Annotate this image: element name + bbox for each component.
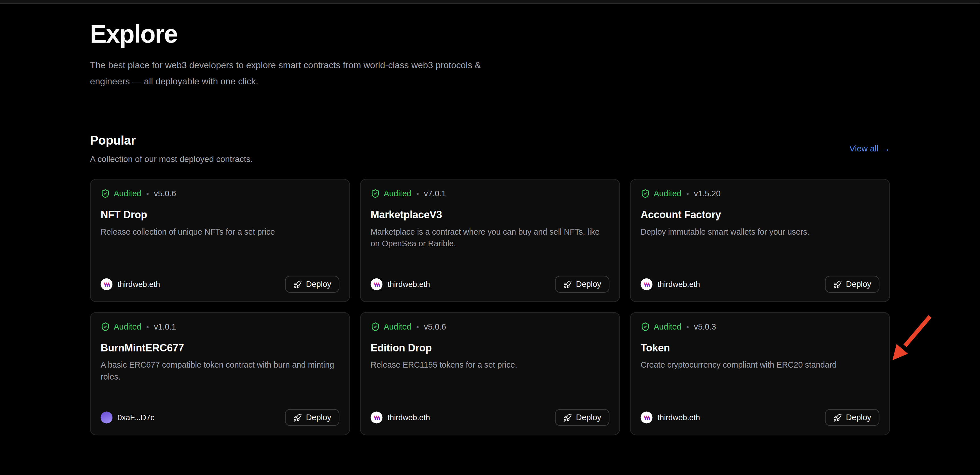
contract-card[interactable]: Audited • v1.5.20 Account Factory Deploy… (630, 179, 890, 302)
shield-check-icon (641, 322, 650, 332)
publisher-name: thirdweb.eth (657, 280, 700, 289)
view-all-label: View all (850, 144, 878, 153)
dot-separator: • (146, 322, 149, 331)
dot-separator: • (416, 322, 419, 331)
card-footer: thirdweb.eth Deploy (371, 276, 609, 293)
publisher-name: 0xaF...D7c (118, 413, 154, 422)
deploy-button[interactable]: Deploy (555, 409, 609, 426)
deploy-button[interactable]: Deploy (285, 276, 339, 293)
contract-title: NFT Drop (100, 209, 339, 221)
publisher[interactable]: thirdweb.eth (641, 278, 700, 290)
publisher-avatar (100, 412, 113, 424)
contract-card[interactable]: Audited • v5.0.3 Token Create cryptocurr… (630, 312, 890, 435)
contract-description: Release ERC1155 tokens for a set price. (371, 360, 609, 371)
card-footer: 0xaF...D7c Deploy (100, 409, 339, 426)
publisher[interactable]: thirdweb.eth (371, 278, 430, 290)
view-all-link[interactable]: View all → (850, 144, 890, 153)
contract-card[interactable]: Audited • v5.0.6 NFT Drop Release collec… (90, 179, 350, 302)
publisher-name: thirdweb.eth (388, 413, 430, 422)
deploy-label: Deploy (576, 279, 601, 289)
publisher[interactable]: thirdweb.eth (100, 278, 160, 290)
version-label: v5.0.6 (154, 189, 176, 198)
contract-description: Create cryptocurrency compliant with ERC… (641, 360, 880, 371)
shield-check-icon (371, 322, 380, 332)
thirdweb-logo-icon (373, 281, 380, 287)
arrow-right-icon: → (881, 144, 890, 153)
card-badge-row: Audited • v5.0.3 (641, 322, 880, 332)
contract-title: MarketplaceV3 (371, 209, 609, 221)
deploy-label: Deploy (846, 413, 871, 422)
dot-separator: • (686, 189, 689, 198)
rocket-icon (293, 413, 302, 422)
thirdweb-logo-icon (643, 414, 650, 421)
audited-label: Audited (114, 189, 142, 198)
contract-title: Edition Drop (371, 342, 609, 354)
dot-separator: • (416, 189, 419, 198)
version-label: v5.0.6 (424, 322, 446, 332)
contract-title: Token (641, 342, 880, 354)
dot-separator: • (146, 189, 149, 198)
audited-label: Audited (384, 322, 411, 332)
version-label: v1.0.1 (154, 322, 176, 332)
publisher-name: thirdweb.eth (118, 280, 160, 289)
deploy-label: Deploy (306, 413, 331, 422)
red-arrow-annotation-icon (890, 311, 935, 364)
audited-label: Audited (654, 189, 681, 198)
page-title: Explore (90, 19, 890, 48)
dot-separator: • (686, 322, 689, 331)
publisher-avatar (100, 278, 113, 290)
audited-label: Audited (114, 322, 142, 332)
explore-page: Explore The best place for web3 develope… (0, 0, 980, 475)
rocket-icon (563, 413, 572, 422)
contract-description: Marketplace is a contract where you can … (371, 226, 609, 249)
publisher-avatar (371, 278, 382, 290)
deploy-button[interactable]: Deploy (825, 276, 880, 293)
contract-title: Account Factory (641, 209, 880, 221)
publisher-name: thirdweb.eth (388, 280, 430, 289)
thirdweb-logo-icon (643, 281, 650, 287)
audited-badge: Audited (100, 189, 141, 198)
contract-card[interactable]: Audited • v1.0.1 BurnMintERC677 A basic … (90, 312, 350, 435)
audited-badge: Audited (641, 189, 681, 198)
card-footer: thirdweb.eth Deploy (641, 409, 880, 426)
popular-heading: Popular (90, 133, 253, 148)
popular-section-header: Popular A collection of our most deploye… (90, 133, 890, 164)
shield-check-icon (100, 189, 110, 198)
card-badge-row: Audited • v5.0.6 (371, 322, 609, 332)
shield-check-icon (371, 189, 380, 198)
publisher[interactable]: thirdweb.eth (641, 412, 700, 424)
contract-card[interactable]: Audited • v5.0.6 Edition Drop Release ER… (360, 312, 620, 435)
deploy-label: Deploy (846, 279, 871, 289)
deploy-button[interactable]: Deploy (285, 409, 339, 426)
contracts-grid: Audited • v5.0.6 NFT Drop Release collec… (90, 179, 890, 435)
contract-description: Deploy immutable smart wallets for your … (641, 226, 880, 238)
audited-badge: Audited (100, 322, 141, 332)
thirdweb-logo-icon (373, 414, 380, 421)
card-badge-row: Audited • v7.0.1 (371, 189, 609, 198)
deploy-button[interactable]: Deploy (825, 409, 880, 426)
navbar-bottom-edge (0, 0, 980, 4)
card-badge-row: Audited • v5.0.6 (100, 189, 339, 198)
audited-badge: Audited (371, 189, 411, 198)
rocket-icon (293, 280, 302, 289)
publisher[interactable]: 0xaF...D7c (100, 412, 154, 424)
popular-subheading: A collection of our most deployed contra… (90, 155, 253, 164)
shield-check-icon (100, 322, 110, 332)
rocket-icon (833, 280, 842, 289)
publisher-name: thirdweb.eth (657, 413, 700, 422)
publisher[interactable]: thirdweb.eth (371, 412, 430, 424)
deploy-label: Deploy (306, 279, 331, 289)
version-label: v1.5.20 (694, 189, 721, 198)
version-label: v5.0.3 (694, 322, 716, 332)
contract-description: Release collection of unique NFTs for a … (100, 226, 339, 238)
audited-badge: Audited (371, 322, 411, 332)
audited-badge: Audited (641, 322, 681, 332)
deploy-button[interactable]: Deploy (555, 276, 609, 293)
contract-card[interactable]: Audited • v7.0.1 MarketplaceV3 Marketpla… (360, 179, 620, 302)
audited-label: Audited (654, 322, 681, 332)
publisher-avatar (641, 278, 653, 290)
card-footer: thirdweb.eth Deploy (100, 276, 339, 293)
contract-description: A basic ERC677 compatible token contract… (100, 360, 339, 383)
shield-check-icon (641, 189, 650, 198)
popular-section-titles: Popular A collection of our most deploye… (90, 133, 253, 164)
